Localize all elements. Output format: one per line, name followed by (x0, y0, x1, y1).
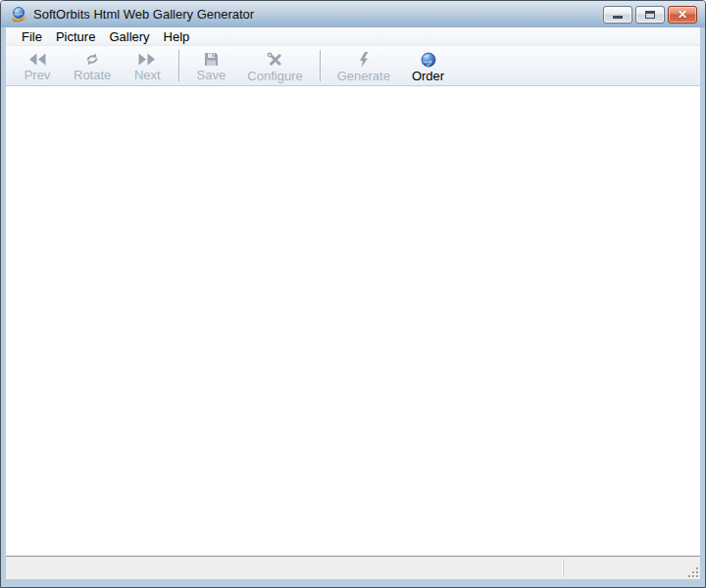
next-label: Next (134, 68, 161, 82)
save-label: Save (196, 68, 226, 82)
app-window: SoftOrbits Html Web Gallery Generator ✕ … (0, 0, 706, 588)
gallery-content-area[interactable] (6, 86, 700, 556)
order-button[interactable]: Order (401, 47, 455, 84)
toolbar-separator (320, 50, 321, 81)
configure-icon (266, 52, 285, 68)
titlebar[interactable]: SoftOrbits Html Web Gallery Generator ✕ (1, 1, 705, 27)
statusbar (6, 556, 700, 579)
toolbar: Prev Rotate Next (6, 45, 700, 86)
softorbits-globe-icon (10, 6, 27, 24)
save-icon (201, 52, 221, 67)
save-button[interactable]: Save (185, 47, 236, 84)
prev-icon (27, 52, 47, 67)
prev-label: Prev (25, 68, 51, 82)
order-label: Order (412, 69, 444, 83)
menu-help[interactable]: Help (157, 28, 197, 45)
rotate-label: Rotate (74, 68, 111, 82)
toolbar-separator (178, 50, 179, 81)
rotate-icon (82, 52, 102, 67)
status-panel-right (563, 560, 700, 577)
generate-label: Generate (337, 69, 390, 83)
generate-icon (354, 52, 374, 68)
close-icon: ✕ (678, 9, 687, 21)
rotate-button[interactable]: Rotate (63, 47, 122, 84)
minimize-button[interactable] (603, 6, 632, 24)
configure-button[interactable]: Configure (236, 47, 313, 84)
maximize-button[interactable] (635, 6, 665, 24)
maximize-icon (645, 11, 655, 19)
next-button[interactable]: Next (122, 47, 173, 84)
menubar: File Picture Gallery Help (6, 27, 700, 45)
window-controls: ✕ (603, 6, 697, 24)
prev-button[interactable]: Prev (12, 47, 63, 84)
resize-grip-icon[interactable] (685, 564, 699, 578)
configure-label: Configure (247, 69, 302, 83)
generate-button[interactable]: Generate (327, 47, 401, 84)
globe-icon (419, 52, 438, 68)
menu-file[interactable]: File (15, 28, 49, 45)
close-button[interactable]: ✕ (668, 6, 697, 24)
menu-gallery[interactable]: Gallery (102, 28, 156, 45)
window-title: SoftOrbits Html Web Gallery Generator (33, 7, 254, 22)
menu-picture[interactable]: Picture (49, 28, 102, 45)
minimize-icon (613, 16, 623, 19)
next-icon (137, 52, 157, 67)
